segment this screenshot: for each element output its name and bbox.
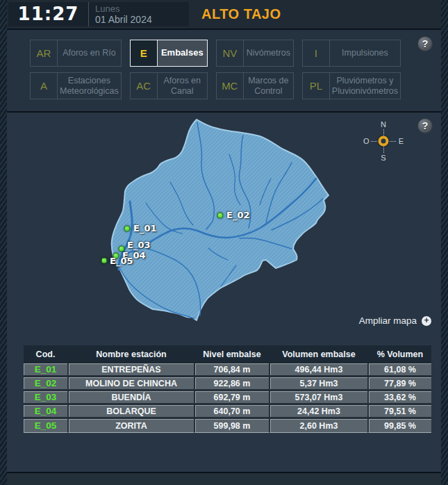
- station-code-link[interactable]: E_04: [24, 405, 67, 419]
- station-percent: 33,62 %: [367, 391, 431, 405]
- nav-prefix-badge: A: [31, 73, 58, 99]
- nav-prefix-badge: I: [303, 40, 330, 66]
- footer-band: [0, 473, 448, 485]
- compass-rose-icon: N S O E: [363, 121, 404, 161]
- station-volume: 2,60 Hm3: [269, 419, 367, 433]
- reservoir-table-panel: Cod. Nombre estación Nivel embalse Volum…: [0, 342, 448, 433]
- nav-button-label: Aforos en Río: [58, 40, 121, 66]
- day-label: Lunes: [95, 3, 152, 14]
- column-header-cod: Cod.: [24, 345, 67, 363]
- table-row: E_05 ZORITA 599,98 m 2,60 Hm3 99,85 %: [24, 419, 431, 433]
- basin-map-panel: E_01 E_02 E_03 E_04 E_05 N S O E ? Ampli…: [0, 113, 448, 342]
- table-row: E_02 MOLINO DE CHINCHA 922,86 m 5,37 Hm3…: [24, 377, 431, 391]
- column-header-volumen: Volumen embalse: [269, 345, 367, 363]
- nav-prefix-badge: AR: [31, 40, 58, 66]
- station-marker-label: E_01: [133, 223, 156, 233]
- nav-prefix-badge: NV: [217, 40, 244, 66]
- basin-hatch-texture: [112, 120, 329, 320]
- table-row: E_04 BOLARQUE 640,70 m 24,42 Hm3 79,51 %: [24, 405, 431, 419]
- nav-button-label: Embalses: [158, 40, 207, 66]
- enlarge-map-link[interactable]: Ampliar mapa +: [359, 315, 431, 326]
- station-code-link[interactable]: E_05: [24, 419, 67, 433]
- column-header-porcentaje: % Volumen: [367, 345, 431, 363]
- station-level: 599,98 m: [194, 419, 269, 433]
- station-name: MOLINO DE CHINCHA: [67, 377, 194, 391]
- page-title: ALTO TAJO: [201, 2, 281, 26]
- nav-button-impulsiones[interactable]: I Impulsiones: [302, 40, 401, 67]
- nav-prefix-badge: AC: [131, 73, 158, 99]
- station-percent: 77,89 %: [367, 377, 431, 391]
- compass-arm: [371, 141, 377, 142]
- nav-prefix-badge: MC: [217, 73, 244, 99]
- station-marker-e05[interactable]: [101, 258, 108, 264]
- help-question-icon[interactable]: ?: [417, 36, 433, 51]
- station-marker-e01[interactable]: [124, 226, 131, 232]
- compass-arm: [383, 147, 384, 153]
- table-row: E_01 ENTREPEÑAS 706,84 m 496,44 Hm3 61,0…: [24, 363, 431, 377]
- compass-arm: [383, 129, 384, 135]
- nav-button-label: Impulsiones: [330, 40, 400, 66]
- nav-button-pluviometros[interactable]: PL Pluviómetros y Pluvionivómetros: [302, 72, 401, 99]
- station-level: 640,70 m: [194, 405, 269, 419]
- compass-south-label: S: [381, 154, 385, 162]
- station-marker-label: E_03: [127, 240, 150, 250]
- column-header-nombre: Nombre estación: [67, 345, 194, 363]
- clock-date-box: 11:27 Lunes 01 Abril 2024: [8, 2, 189, 26]
- nav-button-aforos-en-canal[interactable]: AC Aforos en Canal: [130, 72, 208, 99]
- station-name: BOLARQUE: [67, 405, 194, 419]
- right-striped-border: [441, 0, 448, 485]
- station-code-link[interactable]: E_03: [24, 391, 67, 405]
- station-code-link[interactable]: E_02: [24, 377, 67, 391]
- station-percent: 61,08 %: [367, 363, 431, 377]
- nav-button-embalses[interactable]: E Embalses: [130, 40, 208, 67]
- station-name: BUENDÍA: [67, 391, 194, 405]
- zoom-plus-icon: +: [422, 316, 431, 326]
- station-level: 706,84 m: [194, 363, 269, 377]
- compass-arm: [390, 141, 396, 142]
- left-striped-border: [0, 0, 7, 485]
- reservoir-table: Cod. Nombre estación Nivel embalse Volum…: [24, 345, 431, 433]
- station-percent: 79,51 %: [367, 405, 431, 419]
- nav-button-label: Nivómetros: [244, 40, 293, 66]
- nav-prefix-badge: PL: [303, 73, 330, 99]
- date-box: Lunes 01 Abril 2024: [88, 2, 152, 26]
- nav-grid: AR Aforos en Río E Embalses NV Nivómetro…: [30, 40, 401, 99]
- date-label: 01 Abril 2024: [95, 14, 152, 26]
- compass-west-label: O: [363, 137, 370, 145]
- nav-button-label: Aforos en Canal: [158, 73, 207, 99]
- station-level: 692,79 m: [194, 391, 269, 405]
- station-percent: 99,85 %: [367, 419, 431, 433]
- station-marker-label: E_05: [110, 256, 133, 266]
- station-volume: 5,37 Hm3: [269, 377, 367, 391]
- station-name: ZORITA: [67, 419, 194, 433]
- compass-ring: [379, 136, 389, 147]
- table-row: E_03 BUENDÍA 692,79 m 573,07 Hm3 33,62 %: [24, 391, 431, 405]
- station-name: ENTREPEÑAS: [67, 363, 194, 377]
- column-header-nivel: Nivel embalse: [194, 345, 269, 363]
- clock: 11:27: [8, 2, 88, 26]
- station-volume: 573,07 Hm3: [269, 391, 367, 405]
- nav-button-label: Marcos de Control: [244, 73, 293, 99]
- enlarge-map-label: Ampliar mapa: [359, 315, 417, 326]
- station-marker-label: E_02: [226, 210, 249, 220]
- station-code-link[interactable]: E_01: [24, 363, 67, 377]
- nav-prefix-badge: E: [131, 40, 158, 66]
- top-bar: 11:27 Lunes 01 Abril 2024 ALTO TAJO: [0, 0, 448, 30]
- help-question-icon[interactable]: ?: [417, 118, 433, 133]
- compass-north-label: N: [381, 120, 386, 129]
- nav-button-nivometros[interactable]: NV Nivómetros: [216, 40, 294, 67]
- station-volume: 496,44 Hm3: [269, 363, 367, 377]
- station-volume: 24,42 Hm3: [269, 405, 367, 419]
- table-header-row: Cod. Nombre estación Nivel embalse Volum…: [24, 345, 431, 363]
- nav-button-marcos-de-control[interactable]: MC Marcos de Control: [216, 72, 294, 99]
- compass-east-label: E: [399, 137, 404, 145]
- nav-button-estaciones-meteorologicas[interactable]: A Estaciones Meteorológicas: [30, 72, 122, 99]
- nav-button-aforos-en-rio[interactable]: AR Aforos en Río: [30, 40, 122, 67]
- nav-button-label: Pluviómetros y Pluvionivómetros: [330, 73, 400, 99]
- station-type-nav: AR Aforos en Río E Embalses NV Nivómetro…: [0, 30, 448, 113]
- station-level: 922,86 m: [194, 377, 269, 391]
- station-marker-e02[interactable]: [217, 213, 224, 219]
- nav-button-label: Estaciones Meteorológicas: [58, 73, 121, 99]
